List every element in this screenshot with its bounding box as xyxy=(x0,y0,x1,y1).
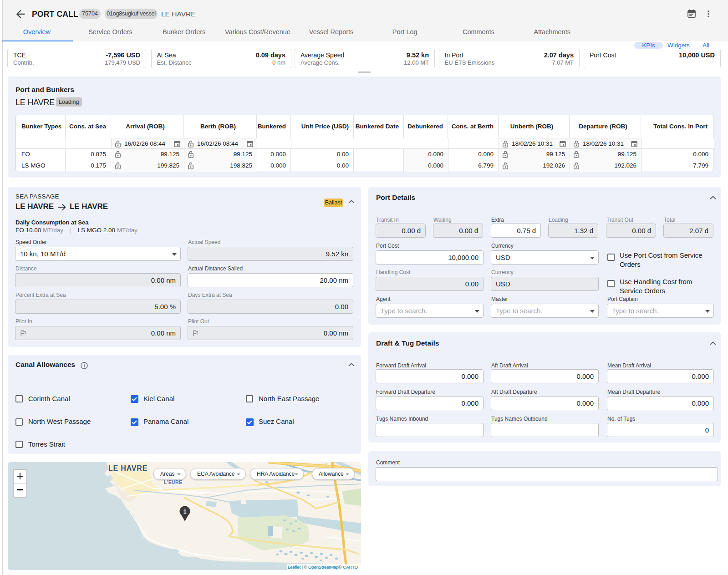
svg-text:LE HAVRE: LE HAVRE xyxy=(108,464,148,472)
svg-text:Leaflet | © OpenStreetMap© CAR: Leaflet | © OpenStreetMap© CARTO xyxy=(288,565,358,570)
svg-text:L'EURE: L'EURE xyxy=(164,479,182,485)
svg-text:1: 1 xyxy=(183,509,187,515)
